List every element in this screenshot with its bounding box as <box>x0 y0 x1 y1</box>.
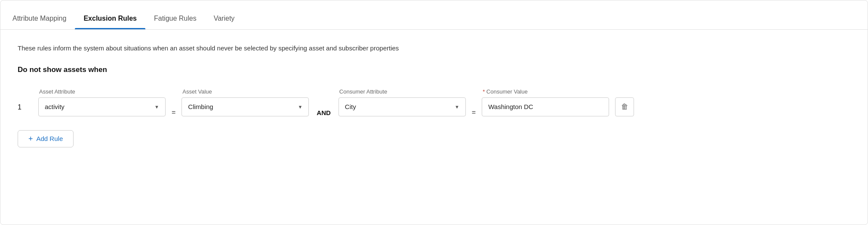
tab-fatigue-rules[interactable]: Fatigue Rules <box>145 15 205 29</box>
consumer-attribute-label: Consumer Attribute <box>339 88 466 95</box>
rules-container: 1 Asset Attribute activity ▼ = Asset Val… <box>18 88 850 147</box>
rule-number: 1 <box>18 103 38 116</box>
asset-value-arrow-icon: ▼ <box>298 104 302 109</box>
asset-attribute-arrow-icon: ▼ <box>154 104 159 109</box>
tab-attribute-mapping[interactable]: Attribute Mapping <box>11 15 75 29</box>
consumer-attribute-dropdown[interactable]: City ▼ <box>339 97 466 116</box>
asset-value-dropdown[interactable]: Climbing ▼ <box>182 97 309 116</box>
and-label: AND <box>309 109 339 116</box>
consumer-attribute-value: City <box>345 103 356 110</box>
asset-attribute-label: Asset Attribute <box>38 88 166 95</box>
add-rule-label: Add Rule <box>37 135 63 142</box>
description-text: These rules inform the system about situ… <box>18 44 850 53</box>
consumer-value-label: Consumer Value <box>482 88 609 95</box>
plus-icon: + <box>28 135 33 143</box>
trash-icon: 🗑 <box>621 103 628 111</box>
asset-attribute-value: activity <box>45 103 65 110</box>
equals-sign-2: = <box>466 109 482 116</box>
consumer-value-group: Consumer Value <box>482 88 609 116</box>
page-container: Attribute Mapping Exclusion Rules Fatigu… <box>0 0 868 225</box>
content-area: These rules inform the system about situ… <box>0 30 868 165</box>
tab-exclusion-rules[interactable]: Exclusion Rules <box>75 15 145 29</box>
section-title: Do not show assets when <box>18 66 850 74</box>
equals-sign-1: = <box>166 109 182 116</box>
consumer-attribute-group: Consumer Attribute City ▼ <box>339 88 466 116</box>
asset-attribute-dropdown[interactable]: activity ▼ <box>38 97 166 116</box>
tabs-bar: Attribute Mapping Exclusion Rules Fatigu… <box>0 0 868 30</box>
add-rule-button[interactable]: + Add Rule <box>18 130 74 147</box>
asset-value-value: Climbing <box>188 103 213 110</box>
consumer-attribute-arrow-icon: ▼ <box>455 104 459 109</box>
consumer-value-input[interactable] <box>482 97 609 116</box>
asset-value-label: Asset Value <box>182 88 309 95</box>
tab-variety[interactable]: Variety <box>205 15 243 29</box>
asset-value-group: Asset Value Climbing ▼ <box>182 88 309 116</box>
asset-attribute-group: Asset Attribute activity ▼ <box>38 88 166 116</box>
delete-rule-button[interactable]: 🗑 <box>615 97 634 116</box>
